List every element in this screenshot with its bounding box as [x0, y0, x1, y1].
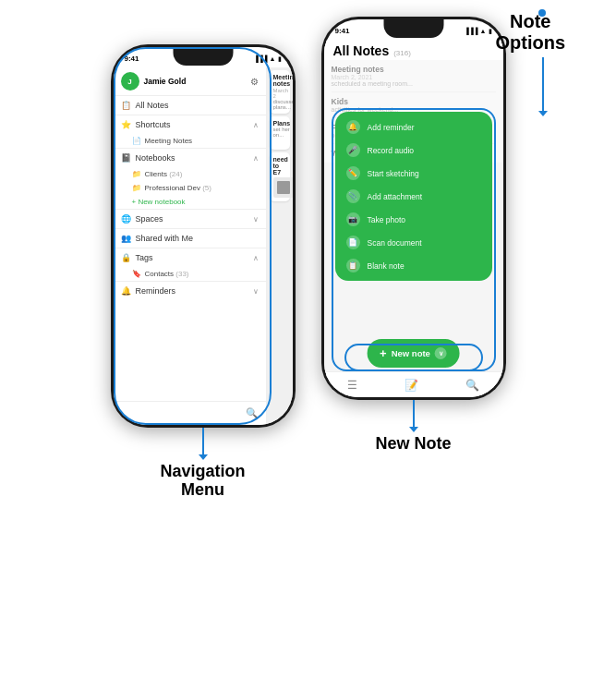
notebooks-icon: 📓 — [121, 153, 131, 163]
tags-label: Tags — [136, 253, 153, 262]
new-note-button[interactable]: + New note ∨ — [367, 339, 460, 368]
sidebar-sub-meeting-notes[interactable]: 📄 Meeting Notes — [114, 134, 266, 148]
option-add-attachment[interactable]: 📎 Add attachment — [335, 185, 492, 208]
notes-header: All Notes (316) — [324, 40, 503, 60]
left-bottom-bar: 🔍 — [114, 401, 266, 425]
avatar: J — [121, 72, 139, 91]
left-arrow-down — [202, 428, 204, 455]
sidebar-item-notebooks[interactable]: 📓 Notebooks ∧ — [114, 149, 266, 167]
contacts-label: Contacts (33) — [145, 270, 189, 278]
tab-search-icon[interactable]: 🔍 — [465, 379, 479, 392]
spaces-label: Spaces — [136, 214, 163, 224]
search-icon[interactable]: 🔍 — [246, 407, 259, 419]
notes-count: (316) — [393, 49, 411, 57]
new-note-label: New note — [392, 348, 430, 358]
sidebar-header: J Jamie Gold ⚙ — [114, 67, 266, 96]
sidebar-item-shortcuts[interactable]: ⭐ Shortcuts ∧ — [114, 115, 266, 134]
right-wifi-icon: ▲ — [480, 28, 487, 34]
side-panel: Meeting notes March 2 discussed plans...… — [267, 67, 293, 425]
right-phone-inner: 9:41 ▐▐▐ ▲ ▮ All Notes (316) — [324, 19, 503, 397]
wifi-icon: ▲ — [270, 55, 276, 62]
option-add-reminder[interactable]: 🔔 Add reminder — [335, 115, 492, 139]
add-attachment-label: Add attachment — [368, 192, 423, 201]
notes-title: All Notes — [333, 43, 390, 58]
sidebar-item-reminders[interactable]: 🔔 Reminders ∨ — [114, 282, 266, 300]
start-sketching-label: Start sketching — [368, 169, 419, 178]
sidebar-sub-professional-dev[interactable]: 📁 Professional Dev (5) — [114, 181, 266, 195]
note-preview-1: Meeting notes March 2 discussed plans... — [270, 70, 290, 114]
nav-screen: J Jamie Gold ⚙ 📋 All Notes — [114, 67, 293, 425]
sidebar-sub-contacts[interactable]: 🔖 Contacts (33) — [114, 267, 266, 281]
left-phone-inner: 9:41 ▐▐▐ ▲ ▮ J — [114, 47, 293, 425]
shortcuts-icon: ⭐ — [121, 120, 131, 129]
scan-document-option-icon: 📄 — [346, 236, 360, 249]
option-take-photo[interactable]: 📷 Take photo — [335, 208, 492, 231]
sidebar-item-all-notes[interactable]: 📋 All Notes — [114, 96, 266, 115]
shortcuts-chevron: ∧ — [253, 121, 259, 129]
sidebar-item-tags[interactable]: 🔒 Tags ∧ — [114, 248, 266, 267]
option-blank-note[interactable]: 📋 Blank note — [335, 254, 492, 277]
shared-icon: 👥 — [121, 234, 131, 243]
option-start-sketching[interactable]: ✏️ Start sketching — [335, 162, 492, 185]
sidebar-item-shared[interactable]: 👥 Shared with Me — [114, 229, 266, 248]
contacts-icon: 🔖 — [132, 270, 141, 278]
left-phone-wrapper: 9:41 ▐▐▐ ▲ ▮ J — [111, 44, 296, 500]
sidebar-sub-clients[interactable]: 📁 Clients (24) — [114, 167, 266, 181]
left-time: 9:41 — [125, 54, 139, 63]
sidebar-new-notebook[interactable]: + New notebook — [114, 195, 266, 209]
battery-icon: ▮ — [278, 55, 282, 63]
take-photo-label: Take photo — [368, 215, 406, 224]
note-preview-3: need to E7 — [270, 152, 290, 201]
scan-document-label: Scan document — [368, 238, 422, 248]
signal-icon: ▐▐▐ — [254, 55, 268, 62]
tab-menu-icon[interactable]: ☰ — [347, 379, 357, 392]
blank-note-option-icon: 📋 — [346, 259, 360, 272]
right-battery-icon: ▮ — [489, 28, 492, 35]
record-audio-label: Record audio — [368, 146, 415, 155]
spaces-chevron: ∨ — [253, 215, 259, 224]
new-note-chevron: ∨ — [435, 347, 447, 359]
gear-icon[interactable]: ⚙ — [250, 77, 259, 87]
add-reminder-label: Add reminder — [368, 123, 415, 132]
right-time: 9:41 — [335, 27, 350, 35]
option-record-audio[interactable]: 🎤 Record audio — [335, 139, 492, 162]
right-status-icons: ▐▐▐ ▲ ▮ — [465, 28, 492, 35]
right-phone-wrapper: 9:41 ▐▐▐ ▲ ▮ All Notes (316) — [321, 17, 506, 454]
tab-notes-icon[interactable]: 📝 — [405, 379, 418, 392]
note-options-label: Note Options — [495, 11, 565, 54]
new-notebook-label: + New notebook — [132, 198, 186, 206]
all-notes-icon: 📋 — [121, 101, 131, 110]
spaces-icon: 🌐 — [121, 214, 131, 224]
all-notes-label: All Notes — [136, 101, 169, 110]
note-preview-2: Plans set her on... — [270, 116, 290, 150]
sidebar-item-spaces[interactable]: 🌐 Spaces ∨ — [114, 210, 266, 228]
attachment-option-icon: 📎 — [346, 189, 360, 203]
note-row-1: Meeting notes March 2, 2021 scheduled a … — [332, 60, 496, 92]
note-options-arrow — [542, 57, 544, 111]
left-notch — [173, 47, 233, 66]
option-scan-document[interactable]: 📄 Scan document — [335, 231, 492, 254]
meeting-notes-icon: 📄 — [132, 137, 141, 145]
nav-menu-label: NavigationMenu — [160, 463, 245, 500]
right-notch — [383, 19, 443, 38]
sketching-option-icon: ✏️ — [346, 166, 360, 180]
right-bottom-tabs: ☰ 📝 🔍 — [324, 371, 503, 397]
right-arrow-down — [413, 400, 415, 428]
main-layout: 9:41 ▐▐▐ ▲ ▮ J — [0, 0, 616, 500]
professional-dev-icon: 📁 — [132, 184, 141, 192]
new-note-plus-icon: + — [380, 347, 387, 359]
reminders-chevron: ∨ — [253, 287, 259, 296]
right-phone-frame: 9:41 ▐▐▐ ▲ ▮ All Notes (316) — [321, 17, 506, 400]
record-audio-option-icon: 🎤 — [346, 143, 360, 157]
right-signal-icon: ▐▐▐ — [465, 28, 478, 34]
reminder-option-icon: 🔔 — [346, 120, 360, 134]
notebooks-chevron: ∧ — [253, 154, 259, 163]
clients-label: Clients (24) — [145, 170, 183, 178]
user-name: Jamie Gold — [144, 77, 250, 86]
reminders-label: Reminders — [136, 286, 176, 296]
notebooks-label: Notebooks — [136, 153, 175, 163]
meeting-notes-label: Meeting Notes — [145, 137, 193, 145]
left-phone-frame: 9:41 ▐▐▐ ▲ ▮ J — [111, 44, 296, 428]
tags-chevron: ∧ — [253, 254, 259, 262]
notes-screen: All Notes (316) Meeting notes March 2, 2… — [324, 40, 503, 397]
